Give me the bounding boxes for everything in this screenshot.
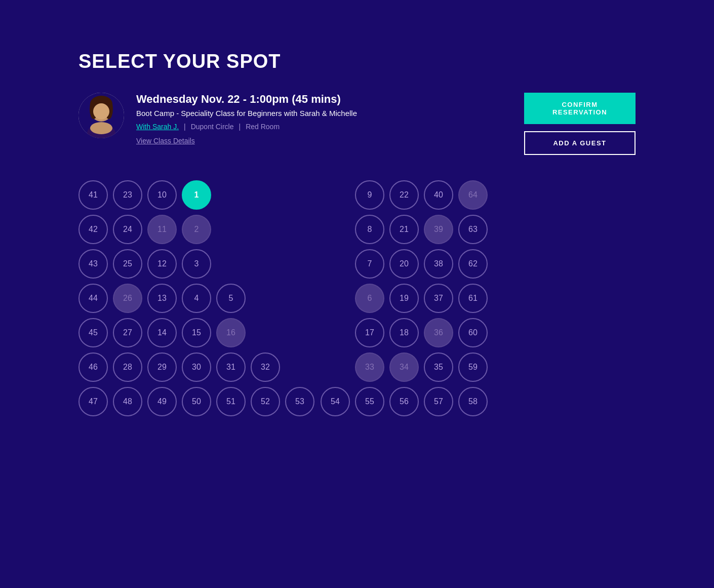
right-row-6: 5455565758	[321, 387, 488, 416]
right-row-0: 9224064	[355, 180, 488, 210]
spot-42[interactable]: 42	[78, 215, 108, 244]
right-row-2: 7203862	[355, 249, 488, 279]
spot-48[interactable]: 48	[113, 387, 142, 416]
spot-38[interactable]: 38	[424, 249, 453, 279]
spot-47[interactable]: 47	[78, 387, 108, 416]
left-row-6: 47484950515253	[78, 387, 314, 416]
spot-58[interactable]: 58	[458, 387, 488, 416]
confirm-reservation-button[interactable]: CONFIRM RESERVATION	[524, 93, 636, 124]
left-row-2: 4325123	[78, 249, 314, 279]
add-guest-button[interactable]: ADD A GUEST	[524, 131, 636, 155]
spot-56[interactable]: 56	[389, 387, 419, 416]
svg-point-5	[93, 103, 109, 120]
spots-layout: 4123101422411243251234426134545271415164…	[78, 180, 636, 416]
spot-7[interactable]: 7	[355, 249, 384, 279]
spot-37[interactable]: 37	[424, 284, 453, 313]
class-meta: With Sarah J. | Dupont Circle | Red Room	[136, 123, 357, 131]
spot-63[interactable]: 63	[458, 215, 488, 244]
spot-9[interactable]: 9	[355, 180, 384, 210]
spot-44[interactable]: 44	[78, 284, 108, 313]
spot-31[interactable]: 31	[216, 352, 246, 382]
spot-15[interactable]: 15	[182, 318, 211, 347]
spot-30[interactable]: 30	[182, 352, 211, 382]
spot-43[interactable]: 43	[78, 249, 108, 279]
right-spots-group: 9224064821396372038626193761171836603334…	[355, 180, 488, 416]
spot-39[interactable]: 39	[424, 215, 453, 244]
class-info-row: Wednesday Nov. 22 - 1:00pm (45 mins) Boo…	[78, 93, 636, 155]
right-row-1: 8213963	[355, 215, 488, 244]
class-info-left: Wednesday Nov. 22 - 1:00pm (45 mins) Boo…	[78, 93, 357, 145]
spot-50[interactable]: 50	[182, 387, 211, 416]
spot-64[interactable]: 64	[458, 180, 488, 210]
spot-10[interactable]: 10	[147, 180, 177, 210]
action-buttons: CONFIRM RESERVATION ADD A GUEST	[524, 93, 636, 155]
separator-1: |	[184, 123, 186, 131]
spot-53[interactable]: 53	[285, 387, 314, 416]
spot-49[interactable]: 49	[147, 387, 177, 416]
spot-4[interactable]: 4	[182, 284, 211, 313]
class-description: Boot Camp - Speciality Class for Beginne…	[136, 109, 357, 117]
class-details: Wednesday Nov. 22 - 1:00pm (45 mins) Boo…	[136, 93, 357, 145]
room: Red Room	[246, 123, 280, 131]
page-title: SELECT YOUR SPOT	[78, 51, 636, 72]
spot-2[interactable]: 2	[182, 215, 211, 244]
spot-51[interactable]: 51	[216, 387, 246, 416]
location: Dupont Circle	[191, 123, 234, 131]
spot-12[interactable]: 12	[147, 249, 177, 279]
spot-23[interactable]: 23	[113, 180, 142, 210]
spot-34[interactable]: 34	[389, 352, 419, 382]
spot-40[interactable]: 40	[424, 180, 453, 210]
spot-35[interactable]: 35	[424, 352, 453, 382]
class-datetime: Wednesday Nov. 22 - 1:00pm (45 mins)	[136, 93, 357, 106]
spot-24[interactable]: 24	[113, 215, 142, 244]
spot-61[interactable]: 61	[458, 284, 488, 313]
spot-59[interactable]: 59	[458, 352, 488, 382]
spot-20[interactable]: 20	[389, 249, 419, 279]
right-row-3: 6193761	[355, 284, 488, 313]
instructor-link[interactable]: With Sarah J.	[136, 123, 179, 131]
spot-8[interactable]: 8	[355, 215, 384, 244]
left-row-4: 4527141516	[78, 318, 314, 347]
spot-26[interactable]: 26	[113, 284, 142, 313]
separator-2: |	[239, 123, 241, 131]
spot-19[interactable]: 19	[389, 284, 419, 313]
spot-14[interactable]: 14	[147, 318, 177, 347]
avatar	[78, 93, 124, 138]
svg-point-7	[90, 122, 112, 134]
spot-18[interactable]: 18	[389, 318, 419, 347]
spot-45[interactable]: 45	[78, 318, 108, 347]
spot-60[interactable]: 60	[458, 318, 488, 347]
spot-29[interactable]: 29	[147, 352, 177, 382]
spot-25[interactable]: 25	[113, 249, 142, 279]
right-row-4: 17183660	[355, 318, 488, 347]
spot-1[interactable]: 1	[182, 180, 211, 210]
spot-22[interactable]: 22	[389, 180, 419, 210]
spot-3[interactable]: 3	[182, 249, 211, 279]
spot-55[interactable]: 55	[355, 387, 384, 416]
spot-62[interactable]: 62	[458, 249, 488, 279]
spot-13[interactable]: 13	[147, 284, 177, 313]
spot-36[interactable]: 36	[424, 318, 453, 347]
left-row-3: 44261345	[78, 284, 314, 313]
right-row-5: 33343559	[355, 352, 488, 382]
spot-41[interactable]: 41	[78, 180, 108, 210]
view-details-link[interactable]: View Class Details	[136, 137, 357, 145]
left-row-1: 4224112	[78, 215, 314, 244]
left-row-5: 462829303132	[78, 352, 314, 382]
spot-16[interactable]: 16	[216, 318, 246, 347]
spot-6[interactable]: 6	[355, 284, 384, 313]
spot-17[interactable]: 17	[355, 318, 384, 347]
spot-21[interactable]: 21	[389, 215, 419, 244]
spot-46[interactable]: 46	[78, 352, 108, 382]
spot-11[interactable]: 11	[147, 215, 177, 244]
spot-27[interactable]: 27	[113, 318, 142, 347]
left-row-0: 4123101	[78, 180, 314, 210]
spot-32[interactable]: 32	[251, 352, 280, 382]
spot-57[interactable]: 57	[424, 387, 453, 416]
spot-52[interactable]: 52	[251, 387, 280, 416]
spot-33[interactable]: 33	[355, 352, 384, 382]
left-spots-group: 4123101422411243251234426134545271415164…	[78, 180, 314, 416]
spot-5[interactable]: 5	[216, 284, 246, 313]
spot-28[interactable]: 28	[113, 352, 142, 382]
spot-54[interactable]: 54	[321, 387, 350, 416]
